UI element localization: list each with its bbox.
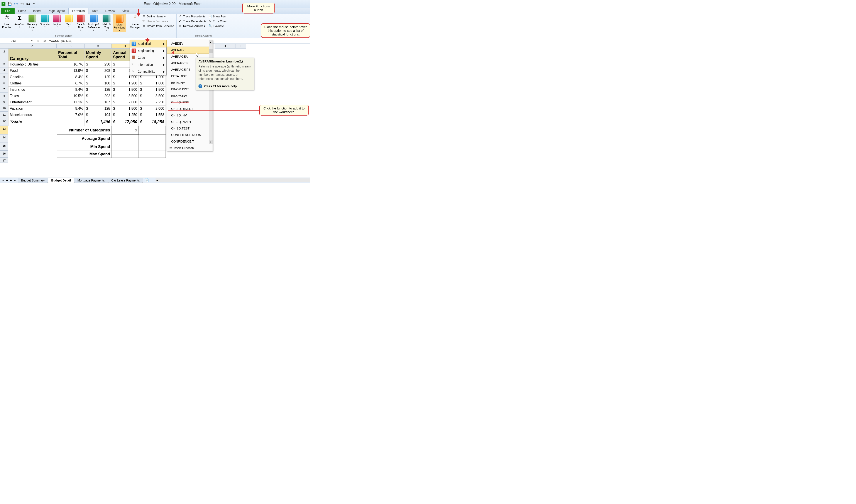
error-checking-button[interactable]: ⚠Error Chec <box>208 19 227 23</box>
row-header[interactable]: 11 <box>0 112 8 118</box>
row-header[interactable]: 2 <box>0 49 8 61</box>
menu-compatibility[interactable]: ⚠Compatibility▶ <box>130 68 167 75</box>
scroll-thumb[interactable] <box>209 49 213 53</box>
cell[interactable]: Miscellaneous <box>8 112 57 118</box>
create-from-selection-button[interactable]: ▦Create from Selection <box>142 24 175 28</box>
cell[interactable]: $250 <box>85 61 112 68</box>
cell[interactable]: $3,500 <box>112 93 139 99</box>
stat-fn-confnorm[interactable]: CONFIDENCE.NORM <box>167 132 213 138</box>
col-header-C[interactable]: C <box>85 44 111 49</box>
cell[interactable]: $3,500 <box>139 93 166 99</box>
cell[interactable]: $1,500 <box>112 106 139 112</box>
row-header[interactable]: 8 <box>0 93 8 99</box>
row-header[interactable]: 15 <box>0 143 8 150</box>
stat-fn-chisqdist[interactable]: CHISQ.DIST <box>167 99 213 106</box>
cell[interactable]: Max Spend <box>57 151 112 158</box>
tab-review[interactable]: Review <box>102 8 119 14</box>
cell[interactable]: 19.5% <box>57 93 85 99</box>
more-functions-button[interactable]: More Functions▾ <box>112 14 126 32</box>
cell[interactable]: Insurance <box>8 87 57 93</box>
use-in-formula-button[interactable]: fxUse in Formula ▾ <box>142 19 175 23</box>
date-time-button[interactable]: Date & Time▾ <box>75 14 86 32</box>
logical-button[interactable]: Logical▾ <box>51 14 63 29</box>
tab-formulas[interactable]: Formulas <box>68 8 88 14</box>
file-tab[interactable]: File <box>1 8 15 14</box>
cell[interactable] <box>8 143 57 151</box>
cell[interactable]: 13.9% <box>57 68 85 74</box>
scroll-down-icon[interactable]: ▼ <box>209 140 213 144</box>
stat-fn-chisqtest[interactable]: CHISQ.TEST <box>167 125 213 132</box>
row-header[interactable]: 16 <box>0 150 8 158</box>
stat-fn-chisqinv[interactable]: CHISQ.INV <box>167 112 213 119</box>
cell[interactable]: Household Utilities <box>8 61 57 68</box>
redo-icon[interactable]: ↷▾ <box>19 1 24 6</box>
cell[interactable]: Average Spend <box>57 135 112 143</box>
tab-view[interactable]: View <box>119 8 132 14</box>
cell[interactable] <box>112 135 139 143</box>
cell-D13-selected[interactable]: 9 <box>112 126 139 135</box>
cell[interactable]: $100 <box>85 80 112 87</box>
cell[interactable] <box>139 143 166 151</box>
cell[interactable]: 8.4% <box>57 87 85 93</box>
cell[interactable]: 7.0% <box>57 112 85 118</box>
stat-fn-chisqinvrt[interactable]: CHISQ.INV.RT <box>167 119 213 125</box>
financial-button[interactable]: Financial▾ <box>39 14 51 29</box>
math-trig-button[interactable]: Math & Trig▾ <box>101 14 112 32</box>
cell[interactable] <box>57 118 85 126</box>
cell[interactable]: Monthly Spend <box>85 49 112 61</box>
cell[interactable]: Category <box>8 49 57 61</box>
menu-cube[interactable]: 🟫Cube▶ <box>130 54 167 61</box>
row-header[interactable]: 7 <box>0 86 8 93</box>
cell[interactable]: $18,258 <box>139 118 166 126</box>
row-header[interactable]: 14 <box>0 134 8 143</box>
cell[interactable]: 16.7% <box>57 61 85 68</box>
cell[interactable]: Entertainment <box>8 99 57 106</box>
new-sheet-icon[interactable]: 📄 <box>145 178 149 182</box>
row-header[interactable]: 3 <box>0 61 8 68</box>
cell[interactable]: Gasoline <box>8 74 57 80</box>
tab-insert[interactable]: Insert <box>30 8 44 14</box>
save-icon[interactable]: 💾 <box>7 1 12 6</box>
sheet-tab[interactable]: Car Lease Payments <box>108 178 143 183</box>
cell[interactable]: Taxes <box>8 93 57 99</box>
col-header-B[interactable]: B <box>57 44 85 49</box>
cell[interactable] <box>112 151 139 158</box>
cell[interactable]: $1,200 <box>112 80 139 87</box>
cell[interactable]: $1,496 <box>85 118 112 126</box>
cell[interactable]: 8.4% <box>57 74 85 80</box>
cell[interactable]: Number of Categories <box>57 126 112 135</box>
cell[interactable]: Totals <box>8 118 57 126</box>
sheet-tab[interactable]: Mortgage Payments <box>74 178 108 183</box>
show-formulas-button[interactable]: 📄Show Forr <box>208 14 227 18</box>
cell[interactable]: Percent of Total <box>57 49 85 61</box>
scroll-up-icon[interactable]: ▲ <box>209 40 213 44</box>
insert-function-link[interactable]: fxInsert Function... <box>167 145 213 151</box>
cell[interactable] <box>112 143 139 151</box>
cell[interactable]: $1,250 <box>112 112 139 118</box>
cell[interactable] <box>8 151 57 158</box>
cell[interactable]: $1,000 <box>139 80 166 87</box>
scrollbar[interactable]: ▲ ▼ <box>209 40 213 144</box>
define-name-button[interactable]: 🏷Define Name ▾ <box>142 14 175 18</box>
row-header[interactable]: 5 <box>0 74 8 80</box>
cell[interactable] <box>8 135 57 143</box>
cell[interactable] <box>8 158 57 164</box>
cell[interactable]: $292 <box>85 93 112 99</box>
row-header[interactable]: 9 <box>0 99 8 105</box>
cell[interactable]: 6.7% <box>57 80 85 87</box>
row-header[interactable]: 17 <box>0 158 8 163</box>
col-header-H[interactable]: H <box>214 44 235 49</box>
cell[interactable]: $208 <box>85 68 112 74</box>
cell[interactable]: $2,250 <box>139 99 166 106</box>
cell[interactable]: $2,000 <box>112 99 139 106</box>
trace-precedents-button[interactable]: ↗Trace Precedents <box>178 14 207 18</box>
cell[interactable]: $167 <box>85 99 112 106</box>
cell[interactable] <box>85 158 112 164</box>
col-header-I[interactable]: I <box>235 44 246 49</box>
next-sheet-icon[interactable]: ▶ <box>9 179 13 182</box>
text-button[interactable]: Text▾ <box>63 14 74 29</box>
lookup-reference-button[interactable]: Lookup & Reference▾ <box>87 14 100 32</box>
undo-icon[interactable]: ↶▾ <box>13 1 18 6</box>
cell[interactable]: Clothes <box>8 80 57 87</box>
menu-information[interactable]: ℹInformation▶ <box>130 61 167 68</box>
